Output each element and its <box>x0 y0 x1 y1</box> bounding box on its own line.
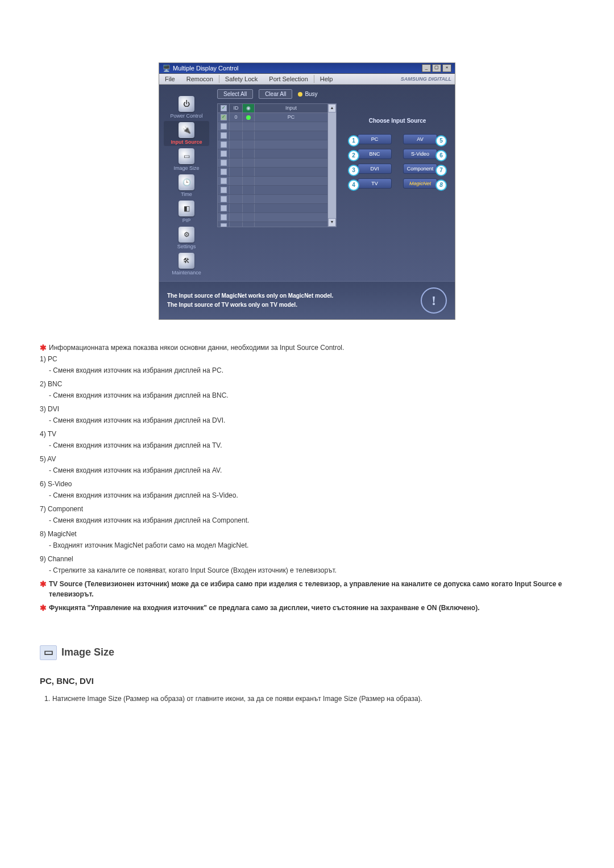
table-row[interactable] <box>218 186 327 195</box>
header-input: Input <box>255 104 327 112</box>
busy-dot-icon <box>298 92 302 97</box>
row-checkbox[interactable] <box>221 187 227 193</box>
document-body: ✱ Информационната мрежа показва някои ос… <box>40 343 574 704</box>
menu-safety-lock[interactable]: Safety Lock <box>219 74 263 84</box>
step-number: 1. <box>40 694 50 704</box>
menu-file[interactable]: File <box>159 74 181 84</box>
table-row[interactable] <box>218 158 327 168</box>
row-checkbox[interactable] <box>221 196 227 202</box>
row-checkbox[interactable] <box>221 160 227 166</box>
table-row[interactable] <box>218 222 327 227</box>
row-checkbox[interactable] <box>221 151 227 157</box>
header-checkbox[interactable] <box>218 104 230 112</box>
busy-indicator: Busy <box>298 91 317 97</box>
brand-label: SAMSUNG DIGITALL <box>401 76 455 82</box>
row-checkbox[interactable] <box>221 205 227 211</box>
select-all-button[interactable]: Select All <box>217 89 253 99</box>
source-av-button[interactable]: AV 5 <box>403 134 437 144</box>
display-grid: ID ◉ Input 0 PC <box>217 103 337 227</box>
row-checkbox[interactable] <box>221 123 227 130</box>
badge-2: 2 <box>348 150 359 161</box>
sub-heading: PC, BNC, DVI <box>40 675 574 688</box>
badge-8: 8 <box>435 180 447 191</box>
sidebar-item-time[interactable]: 🕒 Time <box>164 173 209 198</box>
table-row[interactable] <box>218 140 327 149</box>
row-checkbox[interactable] <box>221 141 227 148</box>
scroll-up-button[interactable]: ▲ <box>328 104 336 112</box>
sidebar-item-power-control[interactable]: ⏻ Power Control <box>164 95 209 120</box>
table-row[interactable] <box>218 213 327 222</box>
close-button[interactable]: × <box>442 64 451 72</box>
badge-1: 1 <box>348 135 359 147</box>
list-item-sub: - Входният източник MagicNet работи само… <box>49 540 574 550</box>
badge-4: 4 <box>348 180 359 191</box>
source-pc-button[interactable]: 1 PC <box>358 134 392 144</box>
sidebar-item-settings[interactable]: ⚙ Settings <box>164 226 209 251</box>
menu-remocon[interactable]: Remocon <box>181 74 219 84</box>
sidebar-item-pip[interactable]: ◧ PIP <box>164 199 209 224</box>
pip-icon: ◧ <box>179 201 194 216</box>
scrollbar[interactable]: ▲ ▼ <box>327 104 336 227</box>
choose-input-title: Choose Input Source <box>345 118 450 124</box>
app-window: 🖥️ Multiple Display Control _ ▢ × File R… <box>159 62 455 320</box>
star-icon: ✱ <box>40 579 47 599</box>
list-item-head: 3) DVI <box>40 404 574 414</box>
source-dvi-button[interactable]: 3 DVI <box>358 164 392 174</box>
row-checkbox[interactable] <box>221 132 227 139</box>
checkbox-icon <box>221 105 227 111</box>
time-icon: 🕒 <box>179 174 194 190</box>
list-item-sub: - Сменя входния източник на избрания дис… <box>49 490 574 500</box>
menubar: File Remocon Safety Lock Port Selection … <box>159 74 455 85</box>
power-icon: ⏻ <box>179 96 194 112</box>
row-id: 0 <box>230 113 243 122</box>
badge-3: 3 <box>348 165 359 176</box>
source-label: S-Video <box>411 151 429 157</box>
table-row[interactable] <box>218 131 327 140</box>
step-text: Натиснете Image Size (Размер на образа) … <box>52 694 574 704</box>
scroll-track[interactable] <box>328 112 336 218</box>
image-size-icon: ▭ <box>179 148 194 164</box>
source-svideo-button[interactable]: S-Video 6 <box>403 149 437 159</box>
table-row[interactable] <box>218 177 327 186</box>
header-status: ◉ <box>243 104 255 112</box>
table-row[interactable] <box>218 149 327 158</box>
scroll-down-button[interactable]: ▼ <box>328 218 336 227</box>
header-id: ID <box>230 104 243 112</box>
footer-line-1: The Input source of MagicNet works only … <box>167 293 333 299</box>
table-row[interactable] <box>218 204 327 213</box>
table-row[interactable] <box>218 195 327 204</box>
row-checkbox[interactable] <box>221 169 227 175</box>
menu-help[interactable]: Help <box>314 74 339 84</box>
row-checkbox[interactable] <box>221 214 227 220</box>
row-checkbox[interactable] <box>221 223 227 227</box>
list-item-sub: - Сменя входния източник на избрания дис… <box>49 515 574 525</box>
sidebar-item-maintenance[interactable]: 🛠 Maintenance <box>164 252 209 277</box>
list-item-sub: - Сменя входния източник на избрания дис… <box>49 440 574 450</box>
clear-all-button[interactable]: Clear All <box>259 89 292 99</box>
table-row[interactable] <box>218 122 327 131</box>
star-icon: ✱ <box>40 603 47 613</box>
source-tv-button[interactable]: 4 TV <box>358 178 392 189</box>
table-row[interactable]: 0 PC <box>218 113 327 122</box>
list-item-head: 6) S-Video <box>40 479 574 489</box>
source-bnc-button[interactable]: 2 BNC <box>358 149 392 159</box>
source-label: BNC <box>369 151 380 157</box>
source-label: DVI <box>370 166 379 172</box>
source-label: PC <box>371 136 379 142</box>
row-checkbox[interactable] <box>221 114 227 120</box>
list-item-head: 1) PC <box>40 354 574 364</box>
maximize-button[interactable]: ▢ <box>432 64 441 72</box>
sidebar-item-image-size[interactable]: ▭ Image Size <box>164 147 209 172</box>
row-checkbox[interactable] <box>221 178 227 184</box>
list-item-sub: - Сменя входния източник на избрания дис… <box>49 465 574 475</box>
source-label: TV <box>371 181 378 186</box>
sidebar-item-input-source[interactable]: 🔌 Input Source <box>164 121 209 146</box>
source-magicnet-button[interactable]: MagicNet 8 <box>403 178 437 189</box>
table-row[interactable] <box>218 168 327 177</box>
minimize-button[interactable]: _ <box>422 64 431 72</box>
row-input: PC <box>255 113 327 122</box>
app-footer: The Input source of MagicNet works only … <box>159 281 455 319</box>
menu-port-selection[interactable]: Port Selection <box>263 74 313 84</box>
window-controls: _ ▢ × <box>422 64 451 72</box>
source-component-button[interactable]: Component 7 <box>403 164 437 174</box>
